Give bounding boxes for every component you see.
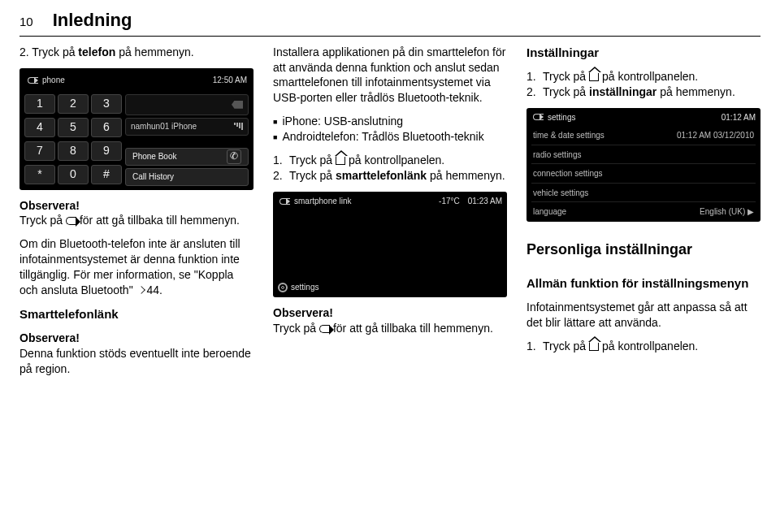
phone-book-button[interactable]: Phone Book ✆ xyxy=(125,148,249,166)
call-history-button[interactable]: Call History xyxy=(125,168,249,186)
content-columns: 2. Tryck på telefon på hemmenyn. phone 1… xyxy=(20,45,760,377)
key-0[interactable]: 0 xyxy=(58,165,89,184)
bullet-iphone: iPhone: USB-anslutning xyxy=(273,114,507,129)
key-8[interactable]: 8 xyxy=(58,141,89,161)
column-1: 2. Tryck på telefon på hemmenyn. phone 1… xyxy=(20,45,254,377)
phone-time: 12:50 AM xyxy=(213,75,247,86)
key-hash[interactable]: # xyxy=(91,165,122,184)
col2-step1: 1.Tryck på på kontrollpanelen. xyxy=(273,153,507,168)
back-icon xyxy=(319,325,330,333)
connection-list: iPhone: USB-anslutning Androidtelefon: T… xyxy=(273,114,507,145)
back-icon[interactable] xyxy=(26,76,37,84)
bluetooth-note: Om din Bluetooth-telefon inte är anslute… xyxy=(20,236,254,298)
key-3[interactable]: 3 xyxy=(91,94,122,114)
back-icon[interactable] xyxy=(278,197,289,205)
settings-row-language[interactable]: languageEnglish (UK) ▶ xyxy=(531,203,756,221)
signal-icon xyxy=(234,123,243,130)
install-para: Installera applikationen på din smarttel… xyxy=(273,45,507,106)
key-2[interactable]: 2 xyxy=(58,94,89,114)
col2-steps: 1.Tryck på på kontrollpanelen. 2.Tryck p… xyxy=(273,153,507,184)
col3-steps: 1.Tryck på på kontrollpanelen. 2.Tryck p… xyxy=(526,69,760,100)
observe-2: Observera! Denna funktion stöds eventuel… xyxy=(20,331,254,377)
col3-step1: 1.Tryck på på kontrollpanelen. xyxy=(526,69,760,84)
smartphone-link-screenshot: smartphone link -17°C 01:23 AM settings xyxy=(273,192,507,297)
personal-steps: 1.Tryck på på kontrollpanelen. xyxy=(526,339,760,354)
key-9[interactable]: 9 xyxy=(91,141,122,161)
home-icon xyxy=(589,342,599,351)
page-title: Inledning xyxy=(53,8,132,32)
phone-screenshot: phone 12:50 AM 1 2 3 4 5 6 7 8 9 * 0 # xyxy=(20,68,254,190)
gear-icon[interactable] xyxy=(278,283,288,292)
smartphone-title: smartphone link xyxy=(294,196,352,207)
key-star[interactable]: * xyxy=(24,165,55,184)
col3-step2: 2.Tryck på inställningar på hemmenyn. xyxy=(526,84,760,100)
settings-row-radio[interactable]: radio settings xyxy=(531,146,756,165)
step-telefon: 2. Tryck på telefon på hemmenyn. xyxy=(20,45,254,60)
temp-readout: -17°C xyxy=(439,196,460,207)
settings-time: 01:12 AM xyxy=(722,112,756,123)
page-number: 10 xyxy=(20,14,33,30)
settings-title: settings xyxy=(548,112,575,123)
general-function-subheading: Allmän funktion för inställningsmenyn xyxy=(526,275,760,292)
key-4[interactable]: 4 xyxy=(24,118,55,137)
page-ref-icon xyxy=(137,286,145,294)
settings-label[interactable]: settings xyxy=(291,282,318,293)
column-2: Installera applikationen på din smarttel… xyxy=(273,45,507,377)
page-header: 10 Inledning xyxy=(20,8,760,37)
key-7[interactable]: 7 xyxy=(24,141,55,161)
settings-heading: Inställningar xyxy=(526,45,760,61)
back-icon xyxy=(66,217,76,225)
column-3: Inställningar 1.Tryck på på kontrollpane… xyxy=(526,45,760,377)
settings-row-vehicle[interactable]: vehicle settings xyxy=(531,184,756,203)
smartphone-time: 01:23 AM xyxy=(468,196,502,207)
home-icon xyxy=(336,156,345,165)
phone-number-input[interactable] xyxy=(125,94,249,115)
dial-icon[interactable]: ✆ xyxy=(227,149,241,164)
phone-device-info: namhun01 iPhone xyxy=(125,118,249,136)
back-icon[interactable] xyxy=(531,113,543,121)
delete-icon[interactable] xyxy=(232,101,243,109)
settings-row-time[interactable]: time & date settings01:12 AM 03/12/2010 xyxy=(531,127,756,145)
phone-right-panel: namhun01 iPhone Phone Book ✆ Call Histor… xyxy=(125,94,249,186)
key-5[interactable]: 5 xyxy=(58,118,89,137)
observe-1: Observera! Tryck på för att gå tillbaka … xyxy=(20,198,254,229)
phone-keypad: 1 2 3 4 5 6 7 8 9 * 0 # xyxy=(24,94,122,186)
phone-title: phone xyxy=(42,75,65,86)
personal-step1: 1.Tryck på på kontrollpanelen. xyxy=(526,339,760,354)
smartphone-link-heading: Smarttelefonlänk xyxy=(20,306,254,322)
key-6[interactable]: 6 xyxy=(91,118,122,137)
home-icon xyxy=(589,72,599,81)
key-1[interactable]: 1 xyxy=(24,94,55,114)
settings-row-connection[interactable]: connection settings xyxy=(531,165,756,184)
bullet-android: Androidtelefon: Trådlös Bluetooth-teknik xyxy=(273,129,507,145)
col2-step2: 2.Tryck på smarttelefonlänk på hemmenyn. xyxy=(273,168,507,184)
personal-para: Infotainmentsystemet går att anpassa så … xyxy=(526,300,760,331)
personal-settings-heading: Personliga inställningar xyxy=(526,240,760,259)
settings-screenshot: settings 01:12 AM time & date settings01… xyxy=(526,108,760,222)
observe-col2: Observera! Tryck på för att gå tillbaka … xyxy=(273,305,507,336)
